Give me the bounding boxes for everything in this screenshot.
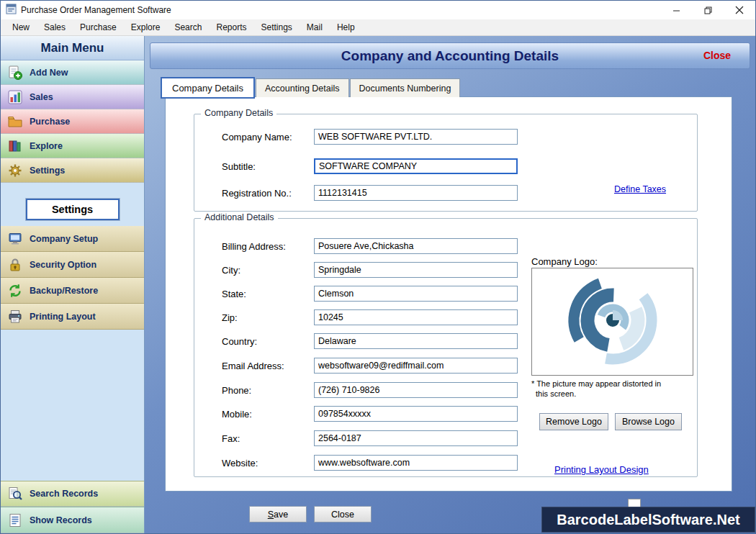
menu-bar: New Sales Purchase Explore Search Report… bbox=[1, 19, 755, 36]
sidebar-item-security-option[interactable]: Security Option bbox=[1, 252, 144, 278]
show-records-icon bbox=[6, 512, 24, 528]
sidebar-item-label: Explore bbox=[30, 141, 63, 151]
sidebar-item-printing-layout[interactable]: Printing Layout bbox=[1, 304, 144, 330]
billing-address-label: Billing Address: bbox=[222, 241, 286, 252]
tab-documents-numbering[interactable]: Documents Numbering bbox=[350, 78, 461, 97]
title-bar: Purchase Order Management Software bbox=[1, 1, 755, 19]
sidebar-item-company-setup[interactable]: Company Setup bbox=[1, 226, 144, 252]
website-input[interactable] bbox=[314, 455, 518, 471]
add-new-icon bbox=[6, 65, 24, 81]
main-area: Company and Accounting Details Close Com… bbox=[145, 36, 755, 533]
tab-strip: Company Details Accounting Details Docum… bbox=[161, 77, 460, 97]
company-name-input[interactable] bbox=[314, 129, 518, 145]
city-input[interactable] bbox=[314, 262, 518, 278]
tab-accounting-details[interactable]: Accounting Details bbox=[256, 78, 349, 97]
sidebar-item-label: Company Setup bbox=[30, 234, 98, 244]
sidebar-item-settings[interactable]: Settings bbox=[1, 158, 144, 183]
watermark-banner: BarcodeLabelSoftware.Net bbox=[541, 507, 755, 533]
sidebar-item-purchase[interactable]: Purchase bbox=[1, 109, 144, 134]
billing-address-input[interactable] bbox=[314, 238, 518, 254]
close-link[interactable]: Close bbox=[703, 50, 731, 61]
menu-search[interactable]: Search bbox=[167, 20, 209, 35]
logo-note-line2: this screen. bbox=[531, 389, 703, 399]
company-logo-image bbox=[531, 268, 693, 376]
state-input[interactable] bbox=[314, 286, 518, 302]
sidebar-filler bbox=[1, 330, 144, 481]
fax-input[interactable] bbox=[314, 430, 518, 446]
settings-icon bbox=[6, 163, 24, 178]
sidebar-item-backup-restore[interactable]: Backup/Restore bbox=[1, 278, 144, 304]
zip-input[interactable] bbox=[314, 309, 518, 325]
sidebar-item-show-records[interactable]: Show Records bbox=[1, 507, 144, 533]
country-label: Country: bbox=[222, 336, 257, 347]
logo-note: * The picture may appear distorted in th… bbox=[531, 379, 703, 399]
sidebar-item-label: Settings bbox=[30, 166, 65, 176]
close-button[interactable] bbox=[724, 1, 755, 19]
email-address-input[interactable] bbox=[314, 358, 518, 374]
sidebar-spacer bbox=[1, 183, 144, 193]
fax-label: Fax: bbox=[222, 433, 240, 444]
sidebar-item-label: Show Records bbox=[30, 515, 92, 525]
security-lock-icon bbox=[6, 257, 24, 273]
define-taxes-link[interactable]: Define Taxes bbox=[614, 184, 666, 194]
minimize-button[interactable] bbox=[660, 1, 692, 19]
sidebar-item-label: Backup/Restore bbox=[30, 286, 98, 296]
additional-details-group: Additional Details Billing Address: City… bbox=[194, 218, 698, 477]
save-button[interactable]: Save bbox=[249, 506, 307, 522]
sidebar-item-label: Security Option bbox=[30, 260, 96, 270]
close-page-button[interactable]: Close bbox=[314, 506, 372, 522]
printer-icon bbox=[6, 309, 24, 325]
menu-reports[interactable]: Reports bbox=[209, 20, 253, 35]
menu-new[interactable]: New bbox=[5, 20, 37, 35]
menu-settings[interactable]: Settings bbox=[254, 20, 300, 35]
menu-explore[interactable]: Explore bbox=[124, 20, 168, 35]
sidebar-section: Settings bbox=[1, 193, 144, 226]
purchase-icon bbox=[6, 114, 24, 130]
sidebar-item-explore[interactable]: Explore bbox=[1, 134, 144, 158]
browse-logo-button[interactable]: Browse Logo bbox=[615, 413, 682, 430]
country-input[interactable] bbox=[314, 333, 518, 349]
menu-purchase[interactable]: Purchase bbox=[73, 20, 124, 35]
group-title: Company Details bbox=[201, 108, 276, 118]
group-title: Additional Details bbox=[201, 212, 278, 222]
sidebar-item-label: Sales bbox=[30, 92, 53, 102]
app-window: Purchase Order Management Software New S… bbox=[0, 0, 756, 534]
mobile-input[interactable] bbox=[314, 406, 518, 422]
phone-label: Phone: bbox=[222, 385, 251, 396]
sidebar-section-settings[interactable]: Settings bbox=[26, 199, 120, 220]
registration-no-input[interactable] bbox=[314, 185, 518, 201]
subtitle-input[interactable] bbox=[314, 158, 518, 174]
menu-mail[interactable]: Mail bbox=[300, 20, 330, 35]
backup-restore-icon bbox=[6, 283, 24, 299]
menu-sales[interactable]: Sales bbox=[37, 20, 73, 35]
sidebar-item-label: Purchase bbox=[30, 117, 70, 127]
company-logo-graphic bbox=[541, 270, 685, 374]
website-label: Website: bbox=[222, 458, 258, 469]
sidebar-header: Main Menu bbox=[1, 36, 144, 60]
menu-help[interactable]: Help bbox=[330, 20, 362, 35]
maximize-button[interactable] bbox=[692, 1, 724, 19]
company-setup-icon bbox=[6, 231, 24, 247]
subtitle-label: Subtitle: bbox=[222, 161, 256, 172]
sales-icon bbox=[6, 89, 24, 105]
sidebar-item-add-new[interactable]: Add New bbox=[1, 60, 144, 85]
sidebar-item-search-records[interactable]: Search Records bbox=[1, 481, 144, 507]
app-icon bbox=[6, 4, 17, 17]
mobile-label: Mobile: bbox=[222, 409, 252, 420]
sidebar-item-sales[interactable]: Sales bbox=[1, 85, 144, 109]
sidebar-item-label: Search Records bbox=[30, 489, 98, 499]
phone-input[interactable] bbox=[314, 382, 518, 398]
content-panel: Company Details Company Name: Subtitle: … bbox=[165, 96, 732, 492]
city-label: City: bbox=[222, 265, 240, 276]
explore-icon bbox=[6, 138, 24, 154]
zip-label: Zip: bbox=[222, 312, 238, 323]
page-header: Company and Accounting Details Close bbox=[150, 42, 750, 69]
remove-logo-button[interactable]: Remove Logo bbox=[539, 413, 608, 430]
printing-layout-design-link[interactable]: Printing Layout Design bbox=[554, 464, 649, 475]
company-logo-label: Company Logo: bbox=[531, 256, 598, 267]
tab-company-details[interactable]: Company Details bbox=[161, 77, 255, 99]
search-records-icon bbox=[6, 486, 24, 502]
window-title: Purchase Order Management Software bbox=[21, 5, 171, 15]
company-name-label: Company Name: bbox=[222, 132, 292, 142]
registration-no-label: Registration No.: bbox=[222, 188, 292, 199]
